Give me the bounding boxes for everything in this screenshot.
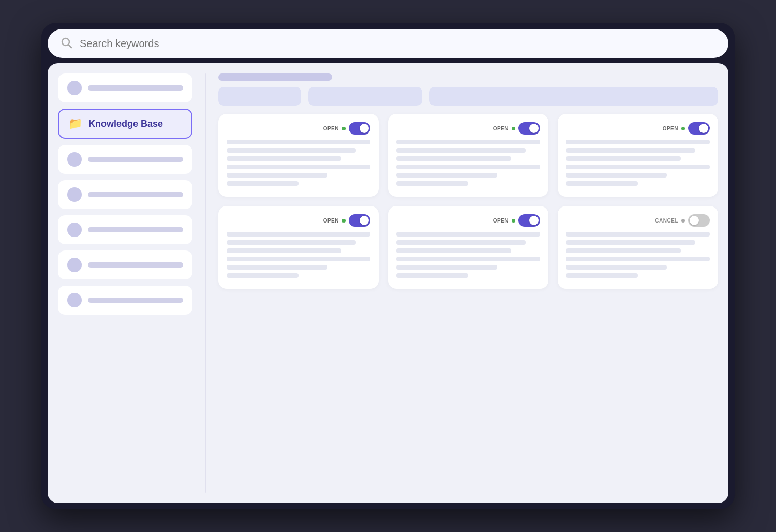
header-title-bar bbox=[218, 73, 332, 81]
card-line bbox=[566, 173, 667, 178]
card-1-status: OPEN bbox=[323, 126, 339, 131]
card-line bbox=[396, 140, 540, 144]
card-line bbox=[227, 240, 356, 245]
card-5-toggle[interactable] bbox=[518, 214, 540, 227]
sidebar: 📁 Knowledge Base bbox=[58, 73, 203, 493]
card-line bbox=[227, 273, 299, 278]
card-line bbox=[396, 181, 468, 186]
sidebar-item-5[interactable] bbox=[58, 215, 192, 244]
card-3-status: OPEN bbox=[663, 126, 678, 131]
card-6: CANCEL bbox=[558, 206, 718, 289]
card-4-status: OPEN bbox=[323, 218, 339, 224]
content-header bbox=[218, 73, 718, 106]
card-1-header: OPEN bbox=[227, 122, 370, 135]
card-line bbox=[566, 148, 695, 153]
card-line bbox=[227, 257, 370, 261]
filter-pill-3[interactable] bbox=[429, 87, 718, 106]
card-3-toggle-knob bbox=[699, 124, 708, 133]
card-line bbox=[566, 248, 681, 253]
app-window: 📁 Knowledge Base bbox=[41, 23, 735, 509]
card-3-status-dot bbox=[681, 127, 685, 130]
filter-pill-2[interactable] bbox=[308, 87, 422, 106]
card-2-toggle-knob bbox=[529, 124, 539, 133]
card-1-toggle[interactable] bbox=[349, 122, 370, 135]
card-2-header: OPEN bbox=[396, 122, 540, 135]
card-line bbox=[396, 232, 540, 237]
card-2-lines bbox=[396, 140, 540, 188]
avatar-6 bbox=[67, 258, 82, 272]
card-1: OPEN bbox=[218, 114, 379, 197]
search-icon bbox=[60, 36, 72, 51]
card-3: OPEN bbox=[558, 114, 718, 197]
card-line bbox=[227, 156, 341, 161]
card-line bbox=[396, 248, 511, 253]
svg-line-1 bbox=[69, 45, 72, 48]
card-3-header: OPEN bbox=[566, 122, 710, 135]
sidebar-label-7 bbox=[88, 298, 183, 303]
card-line bbox=[227, 265, 327, 270]
sidebar-item-6[interactable] bbox=[58, 250, 192, 279]
card-line bbox=[566, 232, 710, 237]
card-3-toggle[interactable] bbox=[688, 122, 710, 135]
avatar-7 bbox=[67, 293, 82, 307]
card-line bbox=[227, 181, 299, 186]
card-6-status-dot bbox=[681, 219, 685, 223]
avatar-1 bbox=[67, 81, 82, 95]
card-line bbox=[566, 181, 638, 186]
sidebar-label-4 bbox=[88, 192, 183, 197]
content-area: OPEN bbox=[208, 73, 718, 493]
card-6-toggle[interactable] bbox=[688, 214, 710, 227]
card-6-header: CANCEL bbox=[566, 214, 710, 227]
card-2-toggle[interactable] bbox=[518, 122, 540, 135]
card-line bbox=[227, 232, 370, 237]
card-4-toggle-knob bbox=[360, 216, 369, 225]
card-6-lines bbox=[566, 232, 710, 280]
card-1-toggle-knob bbox=[360, 124, 369, 133]
card-line bbox=[396, 240, 526, 245]
card-4-status-dot bbox=[342, 219, 346, 223]
card-1-status-dot bbox=[342, 127, 346, 130]
sidebar-label-6 bbox=[88, 262, 183, 268]
sidebar-item-4[interactable] bbox=[58, 180, 192, 209]
sidebar-label-3 bbox=[88, 157, 183, 162]
card-4-toggle[interactable] bbox=[349, 214, 370, 227]
sidebar-item-knowledge-base[interactable]: 📁 Knowledge Base bbox=[58, 109, 192, 139]
card-line bbox=[227, 165, 370, 169]
folder-icon: 📁 bbox=[68, 117, 82, 130]
card-5-status: OPEN bbox=[493, 218, 509, 224]
avatar-3 bbox=[67, 152, 82, 167]
search-input[interactable] bbox=[80, 38, 716, 50]
card-3-lines bbox=[566, 140, 710, 188]
sidebar-divider bbox=[205, 73, 206, 493]
header-filters bbox=[218, 87, 718, 106]
sidebar-item-1[interactable] bbox=[58, 73, 192, 102]
card-6-status: CANCEL bbox=[655, 218, 678, 224]
sidebar-item-7[interactable] bbox=[58, 286, 192, 315]
card-line bbox=[566, 240, 695, 245]
card-line bbox=[227, 173, 327, 178]
card-2: OPEN bbox=[388, 114, 548, 197]
sidebar-item-3[interactable] bbox=[58, 145, 192, 174]
avatar-4 bbox=[67, 187, 82, 202]
filter-pill-1[interactable] bbox=[218, 87, 301, 106]
card-line bbox=[566, 273, 638, 278]
card-line bbox=[566, 156, 681, 161]
card-line bbox=[566, 265, 667, 270]
card-line bbox=[396, 148, 526, 153]
card-line bbox=[396, 173, 497, 178]
card-line bbox=[566, 257, 710, 261]
card-line bbox=[396, 265, 497, 270]
knowledge-base-label: Knowledge Base bbox=[88, 119, 163, 129]
sidebar-label-1 bbox=[88, 85, 183, 91]
sidebar-label-5 bbox=[88, 227, 183, 232]
card-line bbox=[396, 273, 468, 278]
card-line bbox=[396, 156, 511, 161]
card-line bbox=[396, 257, 540, 261]
card-line bbox=[396, 165, 540, 169]
card-4: OPEN bbox=[218, 206, 379, 289]
card-4-lines bbox=[227, 232, 370, 280]
card-5-status-dot bbox=[512, 219, 515, 223]
cards-grid: OPEN bbox=[218, 114, 718, 289]
card-line bbox=[566, 140, 710, 144]
card-5-toggle-knob bbox=[529, 216, 539, 225]
